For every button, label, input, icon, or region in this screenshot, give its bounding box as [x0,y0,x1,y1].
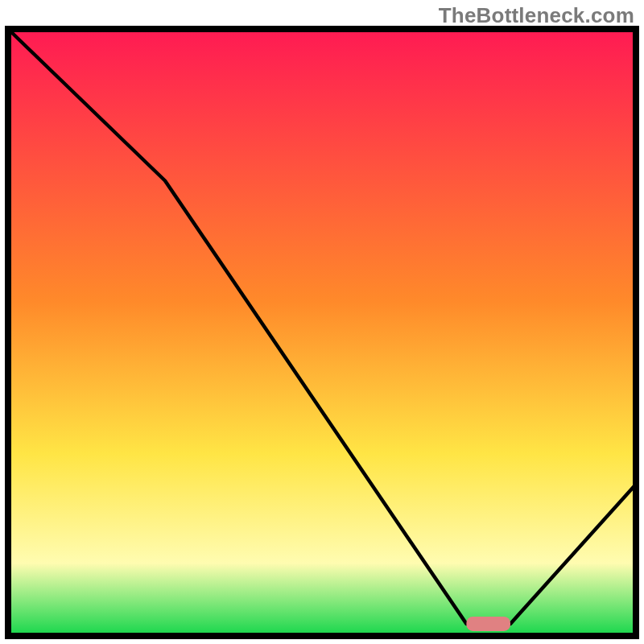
optimal-marker [466,617,510,631]
plot-area [5,26,639,639]
chart-svg [5,26,639,639]
chart-container: TheBottleneck.com [0,0,644,644]
watermark-text: TheBottleneck.com [439,3,634,28]
